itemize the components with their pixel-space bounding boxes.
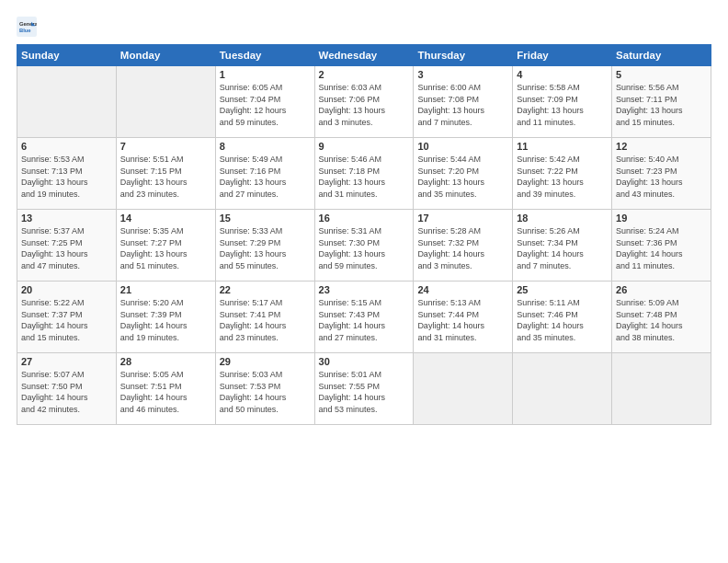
cell-details: Sunrise: 5:01 AM Sunset: 7:55 PM Dayligh…: [319, 369, 410, 415]
day-number: 3: [417, 69, 508, 80]
day-number: 14: [120, 213, 211, 224]
day-number: 8: [220, 141, 311, 152]
day-number: 13: [21, 213, 112, 224]
calendar-cell: 1Sunrise: 6:05 AM Sunset: 7:04 PM Daylig…: [215, 66, 314, 138]
calendar-cell: 12Sunrise: 5:40 AM Sunset: 7:23 PM Dayli…: [612, 138, 711, 210]
week-row-1: 1Sunrise: 6:05 AM Sunset: 7:04 PM Daylig…: [17, 66, 711, 138]
calendar-cell: 18Sunrise: 5:26 AM Sunset: 7:34 PM Dayli…: [513, 210, 612, 282]
day-number: 24: [417, 284, 508, 295]
calendar-cell: 9Sunrise: 5:46 AM Sunset: 7:18 PM Daylig…: [314, 138, 414, 210]
week-row-4: 20Sunrise: 5:22 AM Sunset: 7:37 PM Dayli…: [17, 282, 711, 353]
header-cell-wednesday: Wednesday: [314, 45, 414, 66]
cell-details: Sunrise: 5:42 AM Sunset: 7:22 PM Dayligh…: [517, 154, 608, 200]
day-number: 25: [517, 284, 608, 295]
day-number: 17: [417, 213, 508, 224]
cell-details: Sunrise: 5:05 AM Sunset: 7:51 PM Dayligh…: [120, 369, 211, 415]
cell-details: Sunrise: 6:03 AM Sunset: 7:06 PM Dayligh…: [319, 82, 410, 128]
cell-details: Sunrise: 6:00 AM Sunset: 7:08 PM Dayligh…: [417, 82, 508, 128]
calendar-cell: 16Sunrise: 5:31 AM Sunset: 7:30 PM Dayli…: [314, 210, 414, 282]
calendar-cell: 21Sunrise: 5:20 AM Sunset: 7:39 PM Dayli…: [116, 282, 215, 353]
day-number: 16: [319, 213, 410, 224]
day-number: 20: [21, 284, 112, 295]
calendar-table: SundayMondayTuesdayWednesdayThursdayFrid…: [17, 44, 711, 425]
cell-details: Sunrise: 5:44 AM Sunset: 7:20 PM Dayligh…: [417, 154, 508, 200]
calendar-cell: [612, 353, 711, 425]
day-number: 19: [616, 213, 707, 224]
header-cell-sunday: Sunday: [17, 45, 117, 66]
calendar-container: General Blue SundayMondayTuesdayWednesda…: [0, 0, 728, 563]
header-cell-tuesday: Tuesday: [215, 45, 314, 66]
cell-details: Sunrise: 6:05 AM Sunset: 7:04 PM Dayligh…: [220, 82, 311, 128]
calendar-cell: 22Sunrise: 5:17 AM Sunset: 7:41 PM Dayli…: [215, 282, 314, 353]
calendar-cell: 8Sunrise: 5:49 AM Sunset: 7:16 PM Daylig…: [215, 138, 314, 210]
cell-details: Sunrise: 5:07 AM Sunset: 7:50 PM Dayligh…: [21, 369, 112, 415]
calendar-cell: [414, 353, 513, 425]
day-number: 9: [319, 141, 410, 152]
day-number: 28: [120, 356, 211, 367]
week-row-5: 27Sunrise: 5:07 AM Sunset: 7:50 PM Dayli…: [17, 353, 711, 425]
header: General Blue: [17, 17, 711, 37]
logo: General Blue: [17, 17, 40, 37]
calendar-cell: 3Sunrise: 6:00 AM Sunset: 7:08 PM Daylig…: [414, 66, 513, 138]
calendar-cell: 24Sunrise: 5:13 AM Sunset: 7:44 PM Dayli…: [414, 282, 513, 353]
day-number: 2: [319, 69, 410, 80]
cell-details: Sunrise: 5:17 AM Sunset: 7:41 PM Dayligh…: [220, 297, 311, 343]
calendar-cell: 26Sunrise: 5:09 AM Sunset: 7:48 PM Dayli…: [612, 282, 711, 353]
calendar-cell: 20Sunrise: 5:22 AM Sunset: 7:37 PM Dayli…: [17, 282, 117, 353]
cell-details: Sunrise: 5:26 AM Sunset: 7:34 PM Dayligh…: [517, 225, 608, 271]
day-number: 6: [21, 141, 112, 152]
cell-details: Sunrise: 5:11 AM Sunset: 7:46 PM Dayligh…: [517, 297, 608, 343]
calendar-cell: [513, 353, 612, 425]
cell-details: Sunrise: 5:22 AM Sunset: 7:37 PM Dayligh…: [21, 297, 112, 343]
header-row: SundayMondayTuesdayWednesdayThursdayFrid…: [17, 45, 711, 66]
calendar-cell: 6Sunrise: 5:53 AM Sunset: 7:13 PM Daylig…: [17, 138, 117, 210]
day-number: 15: [220, 213, 311, 224]
day-number: 27: [21, 356, 112, 367]
calendar-cell: 15Sunrise: 5:33 AM Sunset: 7:29 PM Dayli…: [215, 210, 314, 282]
svg-rect-0: [17, 17, 37, 37]
calendar-cell: 30Sunrise: 5:01 AM Sunset: 7:55 PM Dayli…: [314, 353, 414, 425]
cell-details: Sunrise: 5:13 AM Sunset: 7:44 PM Dayligh…: [417, 297, 508, 343]
cell-details: Sunrise: 5:37 AM Sunset: 7:25 PM Dayligh…: [21, 225, 112, 271]
day-number: 18: [517, 213, 608, 224]
cell-details: Sunrise: 5:15 AM Sunset: 7:43 PM Dayligh…: [319, 297, 410, 343]
calendar-header: SundayMondayTuesdayWednesdayThursdayFrid…: [17, 45, 711, 66]
calendar-cell: 25Sunrise: 5:11 AM Sunset: 7:46 PM Dayli…: [513, 282, 612, 353]
calendar-cell: 27Sunrise: 5:07 AM Sunset: 7:50 PM Dayli…: [17, 353, 117, 425]
calendar-cell: 28Sunrise: 5:05 AM Sunset: 7:51 PM Dayli…: [116, 353, 215, 425]
day-number: 23: [319, 284, 410, 295]
day-number: 4: [517, 69, 608, 80]
cell-details: Sunrise: 5:35 AM Sunset: 7:27 PM Dayligh…: [120, 225, 211, 271]
day-number: 26: [616, 284, 707, 295]
cell-details: Sunrise: 5:49 AM Sunset: 7:16 PM Dayligh…: [220, 154, 311, 200]
cell-details: Sunrise: 5:20 AM Sunset: 7:39 PM Dayligh…: [120, 297, 211, 343]
calendar-cell: 5Sunrise: 5:56 AM Sunset: 7:11 PM Daylig…: [612, 66, 711, 138]
cell-details: Sunrise: 5:51 AM Sunset: 7:15 PM Dayligh…: [120, 154, 211, 200]
calendar-cell: 13Sunrise: 5:37 AM Sunset: 7:25 PM Dayli…: [17, 210, 117, 282]
calendar-cell: 29Sunrise: 5:03 AM Sunset: 7:53 PM Dayli…: [215, 353, 314, 425]
cell-details: Sunrise: 5:24 AM Sunset: 7:36 PM Dayligh…: [616, 225, 707, 271]
day-number: 21: [120, 284, 211, 295]
header-cell-thursday: Thursday: [414, 45, 513, 66]
cell-details: Sunrise: 5:09 AM Sunset: 7:48 PM Dayligh…: [616, 297, 707, 343]
calendar-cell: [116, 66, 215, 138]
day-number: 11: [517, 141, 608, 152]
calendar-cell: 2Sunrise: 6:03 AM Sunset: 7:06 PM Daylig…: [314, 66, 414, 138]
svg-text:Blue: Blue: [19, 28, 31, 33]
calendar-cell: 23Sunrise: 5:15 AM Sunset: 7:43 PM Dayli…: [314, 282, 414, 353]
day-number: 1: [220, 69, 311, 80]
day-number: 29: [220, 356, 311, 367]
cell-details: Sunrise: 5:33 AM Sunset: 7:29 PM Dayligh…: [220, 225, 311, 271]
calendar-cell: 14Sunrise: 5:35 AM Sunset: 7:27 PM Dayli…: [116, 210, 215, 282]
calendar-body: 1Sunrise: 6:05 AM Sunset: 7:04 PM Daylig…: [17, 66, 711, 425]
cell-details: Sunrise: 5:40 AM Sunset: 7:23 PM Dayligh…: [616, 154, 707, 200]
logo-icon: General Blue: [17, 17, 37, 37]
calendar-cell: 4Sunrise: 5:58 AM Sunset: 7:09 PM Daylig…: [513, 66, 612, 138]
calendar-cell: 17Sunrise: 5:28 AM Sunset: 7:32 PM Dayli…: [414, 210, 513, 282]
header-cell-friday: Friday: [513, 45, 612, 66]
day-number: 30: [319, 356, 410, 367]
header-cell-saturday: Saturday: [612, 45, 711, 66]
calendar-cell: 7Sunrise: 5:51 AM Sunset: 7:15 PM Daylig…: [116, 138, 215, 210]
cell-details: Sunrise: 5:31 AM Sunset: 7:30 PM Dayligh…: [319, 225, 410, 271]
day-number: 5: [616, 69, 707, 80]
